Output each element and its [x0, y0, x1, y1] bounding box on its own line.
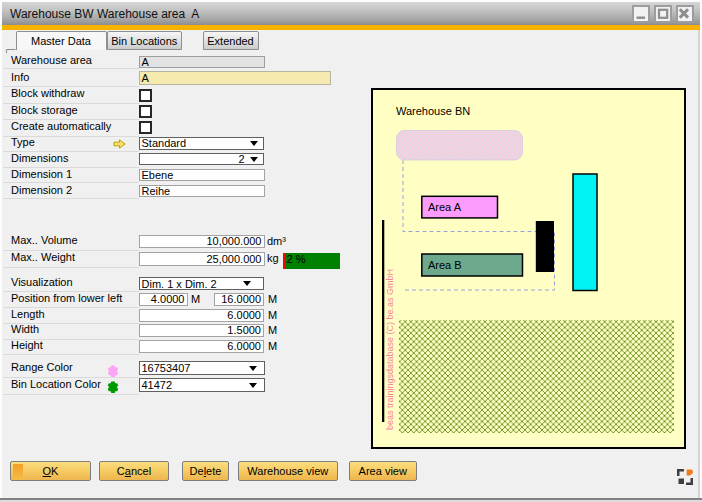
svg-text:Area B: Area B: [428, 259, 462, 271]
svg-text:beas trainingsdatabase (C) be.: beas trainingsdatabase (C) be.as GmbH: [385, 269, 395, 430]
svg-text:Warehouse BN: Warehouse BN: [396, 105, 470, 117]
svg-text:Area A: Area A: [428, 201, 462, 213]
